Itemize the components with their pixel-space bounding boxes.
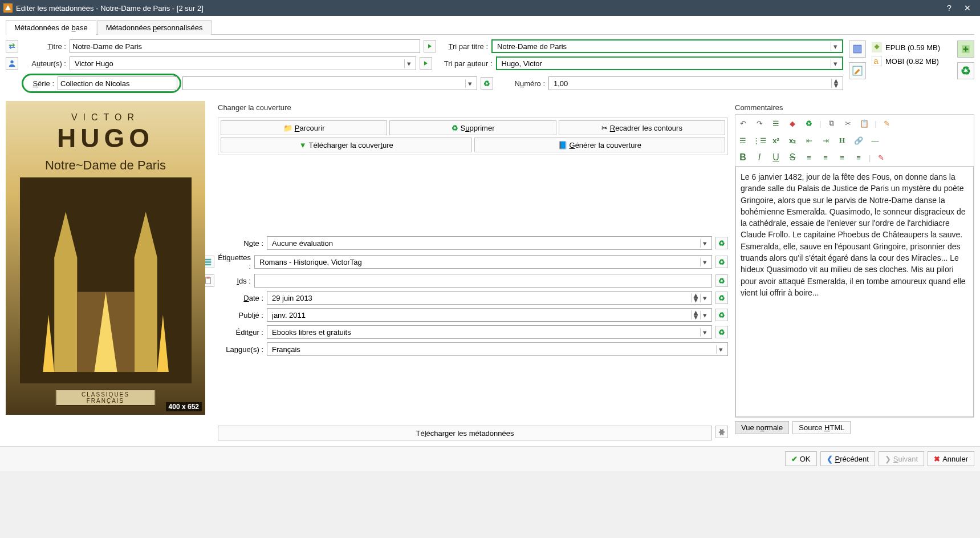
clear-icon[interactable]: ♻ [803, 117, 815, 130]
series-input[interactable] [58, 76, 177, 90]
heading-icon[interactable]: H [836, 134, 848, 147]
comments-toolbar-3: B I U S ≡ ≡ ≡ ≡ | ✎ [735, 149, 974, 166]
languages-input[interactable]: ▾ [267, 342, 728, 356]
indent-icon[interactable]: ⇤ [803, 134, 815, 147]
clear-ids-button[interactable]: ♻ [715, 274, 728, 287]
download-cover-button[interactable]: ▼Télécharger la couverture [221, 137, 472, 152]
link-icon[interactable]: 🔗 [852, 134, 865, 147]
label-languages: Langue(s) : [218, 345, 263, 354]
align-left-icon[interactable]: ≡ [803, 151, 815, 164]
ordered-list-icon[interactable]: ☰ [737, 134, 749, 147]
metadata-tabs: Métadonnées de base Métadonnées personna… [6, 19, 974, 35]
select-all-icon[interactable]: ☰ [770, 117, 782, 130]
chevron-down-icon[interactable]: ▾ [831, 59, 840, 68]
chevron-down-icon[interactable]: ▾ [465, 79, 474, 88]
cover-from-format-button[interactable] [849, 41, 866, 58]
sort-author-input[interactable]: ▾ [496, 56, 844, 70]
underline-icon[interactable]: U [770, 151, 782, 164]
series-combo[interactable]: ▾ [182, 76, 477, 90]
align-right-icon[interactable]: ≡ [836, 151, 848, 164]
tab-basic-metadata[interactable]: Métadonnées de base [6, 20, 96, 35]
format-epub[interactable]: EPUB (0.59 MB) [872, 41, 951, 54]
spinner-icon[interactable]: ▲▼ [831, 79, 840, 88]
clear-date-button[interactable]: ♻ [715, 292, 728, 304]
svg-rect-16 [205, 261, 212, 263]
chevron-down-icon[interactable]: ▾ [831, 42, 840, 51]
series-number-input[interactable]: ▲▼ [548, 76, 843, 90]
clear-tags-button[interactable]: ♻ [715, 256, 728, 268]
window-titlebar: Editer les métadonnées - Notre-Dame de P… [0, 0, 980, 16]
book-cover[interactable]: VICTOR HUGO Notre~Dame de Paris CLASSIQU… [6, 101, 205, 415]
add-format-button[interactable] [957, 41, 974, 58]
ok-button[interactable]: ✔OK [785, 451, 817, 466]
superscript-icon[interactable]: x² [770, 134, 782, 147]
window-title: Editer les métadonnées - Notre-Dame de P… [16, 4, 940, 13]
hr-icon[interactable]: — [869, 134, 881, 147]
help-button[interactable]: ? [940, 3, 958, 13]
ids-input[interactable] [254, 274, 712, 288]
undo-icon[interactable]: ↶ [737, 117, 749, 130]
configure-download-button[interactable] [715, 426, 728, 438]
browse-cover-button[interactable]: 📁Parcourir [221, 120, 387, 135]
delete-cover-button[interactable]: ♻Supprimer [389, 120, 556, 135]
format-mobi[interactable]: a MOBI (0.82 MB) [872, 54, 951, 68]
clear-rating-button[interactable]: ♻ [715, 237, 728, 249]
apply-title-sort-button[interactable] [424, 40, 436, 52]
edit-metadata-button[interactable] [849, 62, 866, 79]
view-normal-tab[interactable]: Vue normale [735, 421, 789, 434]
publisher-input[interactable]: ▾ [267, 325, 712, 339]
tags-input[interactable]: ▾ [254, 255, 712, 269]
published-input[interactable]: ▲▼▾ [267, 308, 712, 322]
chevron-left-icon: ❮ [827, 455, 833, 463]
color-icon[interactable]: ✎ [881, 117, 893, 130]
apply-author-sort-button[interactable] [420, 57, 432, 70]
cover-panel: VICTOR HUGO Notre~Dame de Paris CLASSIQU… [6, 101, 211, 415]
subscript-icon[interactable]: x₂ [786, 134, 799, 147]
redo-icon[interactable]: ↷ [753, 117, 766, 130]
sort-title-input[interactable]: ▾ [491, 39, 843, 53]
chevron-down-icon[interactable]: ▾ [700, 239, 709, 248]
outdent-icon[interactable]: ⇥ [819, 134, 832, 147]
label-authors: Auteur(s) : [22, 59, 66, 68]
background-color-icon[interactable]: ✎ [875, 151, 887, 164]
strike-icon[interactable]: S [786, 151, 799, 164]
close-button[interactable]: ✕ [958, 3, 977, 13]
rating-input[interactable]: ▾ [267, 236, 712, 250]
label-rating: Note : [218, 239, 263, 248]
align-justify-icon[interactable]: ≡ [852, 151, 865, 164]
authors-input[interactable]: ▾ [70, 56, 416, 70]
paste-icon[interactable]: 📋 [858, 117, 871, 130]
italic-icon[interactable]: I [753, 151, 766, 164]
download-metadata-button[interactable]: Télécharger les métadonnées [218, 426, 712, 440]
chevron-down-icon[interactable]: ▾ [700, 311, 709, 319]
date-input[interactable]: ▲▼▾ [267, 291, 712, 305]
previous-button[interactable]: ❮Précédent [820, 451, 875, 466]
cancel-button[interactable]: ✖Annuler [928, 451, 974, 466]
tab-custom-metadata[interactable]: Métadonnées personnalisées [97, 20, 212, 35]
view-source-tab[interactable]: Source HTML [792, 421, 851, 434]
trim-cover-button[interactable]: ✂Recadrer les contours [559, 120, 725, 135]
align-center-icon[interactable]: ≡ [819, 151, 832, 164]
cut-icon[interactable]: ✂ [841, 117, 854, 130]
chevron-down-icon[interactable]: ▾ [404, 59, 413, 68]
chevron-down-icon[interactable]: ▾ [700, 258, 709, 266]
chevron-down-icon[interactable]: ▾ [700, 328, 709, 337]
bold-icon[interactable]: B [737, 151, 749, 164]
unordered-list-icon[interactable]: ⋮☰ [753, 134, 766, 147]
generate-cover-button[interactable]: 📘Générer la couverture [474, 137, 726, 152]
remove-format-icon[interactable]: ◆ [786, 117, 799, 130]
crop-icon: ✂ [601, 124, 608, 132]
clear-published-button[interactable]: ♻ [715, 309, 728, 321]
clear-publisher-button[interactable]: ♻ [715, 326, 728, 338]
swap-title-author-button[interactable] [6, 40, 18, 52]
copy-icon[interactable]: ⧉ [825, 117, 837, 130]
svg-rect-19 [206, 277, 209, 279]
manage-authors-button[interactable] [6, 57, 18, 70]
title-input[interactable] [70, 39, 420, 53]
clear-series-button[interactable]: ♻ [481, 77, 493, 90]
remove-format-button[interactable]: ♻ [957, 62, 974, 79]
chevron-down-icon[interactable]: ▾ [716, 345, 725, 354]
recycle-icon: ♻ [452, 124, 458, 132]
chevron-down-icon[interactable]: ▾ [700, 294, 709, 302]
comments-editor[interactable]: Le 6 janvier 1482, jour de la fête des F… [735, 166, 974, 417]
